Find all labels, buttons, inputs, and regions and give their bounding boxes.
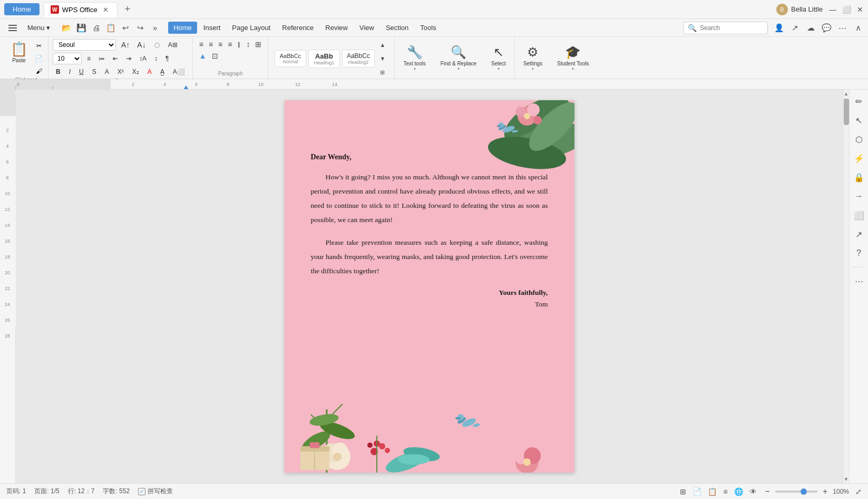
export-btn[interactable]: ↗ (852, 227, 866, 242)
shading-btn[interactable]: ▲ (197, 51, 209, 61)
document-area[interactable]: Dear Wendy, How's it going? I miss you s… (16, 90, 843, 483)
menu-label[interactable]: Menu ▾ (22, 22, 55, 34)
open-icon[interactable]: 📂 (61, 22, 72, 34)
paste-button[interactable]: 📋 Paste (7, 39, 31, 65)
outline-icon[interactable]: ≡ (723, 487, 727, 496)
shapes-btn[interactable]: ⬡ (852, 132, 866, 147)
close-button[interactable]: ✕ (856, 6, 864, 13)
settings-button[interactable]: ⚙ Settings ▾ (519, 42, 547, 74)
tab-page-layout[interactable]: Page Layout (227, 22, 276, 34)
num-list-btn[interactable]: ≔ (95, 53, 108, 64)
font-family-select[interactable]: Seoul (53, 39, 116, 51)
subscript-btn[interactable]: X₂ (129, 66, 142, 77)
styles-scroll-up[interactable]: ▲ (377, 39, 388, 51)
fullscreen-btn[interactable]: ⤢ (855, 487, 862, 496)
draw-btn[interactable]: ✏ (852, 94, 866, 109)
tab-reference[interactable]: Reference (277, 22, 319, 34)
people-icon[interactable]: 👤 (773, 22, 785, 34)
style-heading2[interactable]: AaBbCc Heading2 (342, 50, 375, 68)
web-view-icon[interactable]: 🌐 (734, 487, 743, 496)
scroll-thumb[interactable] (844, 99, 849, 125)
format-painter-button[interactable]: 🖌 (33, 66, 45, 76)
multi-page-icon[interactable]: 📋 (708, 487, 717, 496)
copy-button[interactable]: 📄 (33, 54, 45, 63)
italic-btn[interactable]: I (66, 66, 74, 77)
maximize-button[interactable]: ⬜ (843, 6, 850, 13)
underline-btn[interactable]: U (76, 66, 87, 77)
clear-format-btn[interactable]: ◌ (151, 40, 163, 50)
cut-button[interactable]: ✂ (33, 41, 45, 51)
text-tools-button[interactable]: 🔧 Text tools ▾ (399, 42, 430, 74)
align-justify-btn[interactable]: ≡ (226, 39, 234, 50)
more-toolbar-icon[interactable]: » (149, 22, 161, 34)
strikethrough-btn[interactable]: S (89, 66, 100, 77)
minimize-button[interactable]: — (829, 6, 836, 13)
border-btn[interactable]: ⊞ (253, 39, 264, 50)
bold-btn[interactable]: B (53, 66, 64, 77)
print-icon[interactable]: 🖨 (90, 22, 102, 34)
highlight-btn[interactable]: A̲ (157, 66, 168, 77)
share-icon[interactable]: ↗ (789, 22, 801, 34)
clipboard-icon[interactable]: 📋 (105, 22, 116, 34)
align-center-btn[interactable]: ≡ (207, 39, 215, 50)
styles-scroll-down[interactable]: ▼ (377, 53, 388, 64)
text-color-btn[interactable]: A (144, 66, 155, 77)
align-left-btn[interactable]: ≡ (197, 39, 206, 50)
tab-view[interactable]: View (354, 22, 379, 34)
hamburger-menu[interactable] (4, 23, 21, 33)
redo-icon[interactable]: ↪ (134, 22, 146, 34)
sidebar-btn[interactable]: → (852, 189, 866, 204)
sort-btn[interactable]: ↕A (136, 53, 150, 64)
wps-tab[interactable]: W WPS Office ✕ (44, 2, 118, 17)
border2-btn[interactable]: ⊡ (210, 51, 220, 61)
tab-insert[interactable]: Insert (198, 22, 226, 34)
indent-btn[interactable]: ⇥ (123, 53, 134, 64)
student-tools-button[interactable]: 🎓 Student Tools ▾ (553, 42, 593, 74)
zoom-in-btn[interactable]: + (821, 487, 830, 496)
undo-icon[interactable]: ↩ (120, 22, 131, 34)
vertical-scrollbar[interactable]: ▲ ▼ (843, 90, 849, 483)
spacing-btn[interactable]: ↕ (151, 53, 161, 64)
more-panel-btn[interactable]: ⋯ (852, 274, 866, 289)
tab-review[interactable]: Review (320, 22, 353, 34)
close-wps-tab[interactable]: ✕ (101, 5, 111, 15)
effects-btn[interactable]: ⚡ (852, 151, 866, 166)
page-view-btn[interactable]: ⬜ (852, 208, 866, 223)
font-size-select[interactable]: 10 (53, 53, 82, 64)
font-size-increase[interactable]: A↓ (134, 39, 149, 51)
font-size-decrease[interactable]: A↑ (118, 39, 133, 51)
save-icon[interactable]: 💾 (75, 22, 87, 34)
tab-home[interactable]: Home (168, 22, 197, 34)
search-input[interactable] (700, 24, 763, 32)
new-tab-button[interactable]: + (122, 3, 134, 16)
text-effects-btn[interactable]: A⊞ (165, 40, 181, 50)
align-right-btn[interactable]: ≡ (216, 39, 225, 50)
columns-btn[interactable]: ⫿ (235, 39, 243, 50)
superscript-btn[interactable]: X² (114, 66, 127, 77)
font-color-btn[interactable]: A (102, 66, 112, 77)
font-shading-btn[interactable]: A⬜ (170, 66, 188, 77)
fit-page-icon[interactable]: ⊞ (680, 487, 686, 496)
find-replace-button[interactable]: 🔍 Find & Replace ▾ (436, 42, 481, 74)
zoom-out-btn[interactable]: − (763, 487, 772, 496)
select-panel-btn[interactable]: ↖ (852, 113, 866, 128)
home-tab[interactable]: Home (4, 3, 40, 15)
styles-expand[interactable]: ⊞ (377, 66, 388, 78)
read-mode-icon[interactable]: 👁 (749, 487, 757, 496)
spell-check-area[interactable]: ✓ 拼写检查 (138, 487, 173, 496)
spell-check-checkbox[interactable]: ✓ (138, 488, 145, 495)
zoom-slider[interactable] (775, 491, 817, 493)
outdent-btn[interactable]: ⇤ (110, 53, 121, 64)
more-menu-icon[interactable]: ⋯ (836, 22, 848, 34)
style-heading1[interactable]: AaBb Heading1 (308, 50, 340, 68)
single-page-icon[interactable]: 📄 (693, 487, 701, 496)
select-button[interactable]: ↖ Select ▾ (487, 42, 510, 74)
style-normal[interactable]: AaBbCc Normal (275, 50, 306, 67)
lock-btn[interactable]: 🔒 (852, 170, 866, 185)
line-spacing-btn[interactable]: ↕ (244, 39, 252, 50)
tab-section[interactable]: Section (381, 22, 414, 34)
chat-icon[interactable]: 💬 (821, 22, 832, 34)
cloud-icon[interactable]: ☁ (805, 22, 816, 34)
collapse-icon[interactable]: ∧ (852, 22, 864, 34)
search-bar[interactable]: 🔍 (683, 22, 768, 34)
